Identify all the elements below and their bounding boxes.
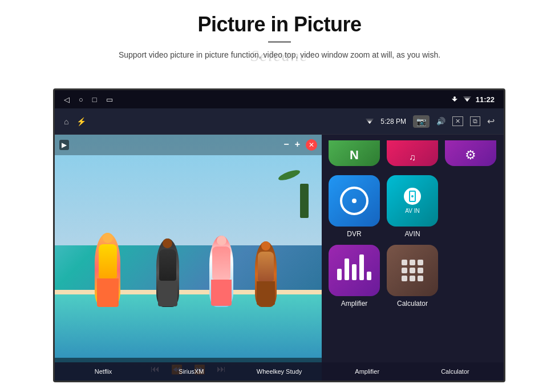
calc-btn-2: [410, 260, 415, 265]
app-row-partial: N ♫ ⚙: [329, 140, 497, 166]
status-time: 11:22: [476, 95, 495, 104]
avin-label: AVIN: [404, 230, 420, 238]
action-time: 5:28 PM: [380, 118, 406, 126]
dvr-symbol: [340, 187, 368, 215]
calc-btn-7: [402, 276, 407, 281]
calculator-label: Calculator: [397, 300, 428, 308]
back-icon[interactable]: ↩: [487, 116, 495, 127]
pip-controls[interactable]: − + ✕: [283, 139, 317, 151]
dvr-inner-dot: [352, 199, 357, 203]
volume-icon[interactable]: 🔊: [436, 117, 445, 126]
camera-icon[interactable]: 📷: [413, 115, 430, 128]
calculator-grid: [397, 255, 428, 286]
app-row-3: Amplifier: [329, 245, 497, 308]
home-icon[interactable]: ⌂: [64, 117, 68, 126]
dvr-icon-box: [329, 175, 380, 227]
action-bar: ⌂ ⚡ 5:28 PM 📷 🔊 ✕ ⧉ ↩: [55, 108, 504, 135]
amplifier-label: Amplifier: [341, 300, 368, 308]
bottom-labels-bar: Netflix SiriusXM Wheelkey Study Amplifie…: [55, 362, 504, 381]
avin-symbol: AV IN: [404, 188, 421, 214]
page-title: Picture in Picture: [0, 13, 559, 37]
dvr-label: DVR: [347, 230, 361, 238]
netflix-icon-partial: N: [329, 140, 380, 166]
pip-video-area: ▶ − + ✕ ⏮ ⏪ ⏩ ⏭: [55, 135, 322, 381]
pip-overlay: ▶ − + ✕: [55, 135, 322, 155]
wifi-action-icon: [366, 119, 374, 124]
status-bar: ◁ ○ □ ▭ 11:22: [55, 90, 504, 108]
svg-marker-4: [465, 99, 469, 102]
page-header: Picture in Picture Support video picture…: [0, 0, 559, 61]
location-icon: [451, 96, 459, 102]
amplifier-icon-box: [329, 245, 380, 296]
usb-icon[interactable]: ⚡: [76, 117, 86, 126]
pip-close-btn[interactable]: ✕: [306, 139, 317, 151]
svg-marker-0: [452, 99, 457, 102]
pip-minimize-btn[interactable]: −: [283, 139, 289, 151]
calc-btn-4: [402, 268, 407, 273]
app-avin[interactable]: AV IN AVIN: [387, 175, 438, 238]
calculator-icon-box: [387, 245, 438, 296]
screenshot-nav-icon[interactable]: ▭: [106, 95, 113, 104]
app-amplifier[interactable]: Amplifier: [329, 245, 380, 308]
svg-point-1: [453, 96, 456, 99]
bottom-netflix-label: Netflix: [59, 368, 147, 375]
close-icon[interactable]: ✕: [452, 116, 463, 126]
page-subtitle: Support video picture in picture functio…: [80, 49, 479, 61]
pip-icon[interactable]: ⧉: [470, 116, 480, 126]
person-1: [95, 233, 120, 307]
back-nav-icon[interactable]: ◁: [64, 95, 70, 104]
device-frame: ◁ ○ □ ▭ 11:22 ⌂ ⚡: [53, 88, 505, 382]
pip-video-icon: ▶: [59, 140, 69, 150]
home-nav-icon[interactable]: ○: [79, 95, 83, 104]
video-content: [55, 135, 322, 381]
wheelkey-icon-partial: ⚙: [445, 140, 496, 166]
avin-icon-box: AV IN: [387, 175, 438, 227]
app-wheelkey-partial[interactable]: ⚙: [445, 140, 496, 166]
nav-buttons: ◁ ○ □ ▭: [64, 95, 113, 104]
person-3: [209, 236, 233, 307]
calc-btn-9: [418, 276, 423, 281]
app-calculator[interactable]: Calculator: [387, 245, 438, 308]
app-netflix-partial[interactable]: N: [329, 140, 380, 166]
bottom-siriusxm-label: SiriusXM: [147, 368, 235, 375]
calc-btn-3: [418, 260, 423, 265]
calc-btn-8: [410, 276, 415, 281]
tree: [300, 184, 309, 218]
pip-expand-btn[interactable]: +: [295, 139, 300, 151]
calc-btn-5: [410, 268, 415, 273]
action-bar-left: ⌂ ⚡: [64, 117, 86, 126]
action-bar-right: 5:28 PM 📷 🔊 ✕ ⧉ ↩: [366, 115, 495, 128]
wifi-status-icon: [463, 96, 471, 102]
app-row-2: DVR AV IN AVIN: [329, 175, 497, 238]
calc-btn-6: [418, 268, 423, 273]
status-bar-right: 11:22: [451, 95, 495, 104]
bottom-wheelkey-label: Wheelkey Study: [235, 368, 323, 375]
app-siriusxm-partial[interactable]: ♫: [387, 140, 438, 166]
siriusxm-icon-partial: ♫: [387, 140, 438, 166]
recents-nav-icon[interactable]: □: [92, 95, 97, 104]
person-4: [255, 241, 277, 307]
bottom-amplifier-label: Amplifier: [323, 368, 411, 375]
calc-btn-1: [402, 260, 407, 265]
title-divider: [268, 41, 291, 43]
app-grid: N ♫ ⚙: [322, 135, 504, 381]
amp-bars: [334, 256, 375, 285]
bottom-calculator-label: Calculator: [411, 368, 499, 375]
person-2: [156, 239, 179, 307]
svg-marker-7: [368, 122, 371, 124]
app-area: ▶ − + ✕ ⏮ ⏪ ⏩ ⏭ N: [55, 135, 504, 381]
app-dvr[interactable]: DVR: [329, 175, 380, 238]
